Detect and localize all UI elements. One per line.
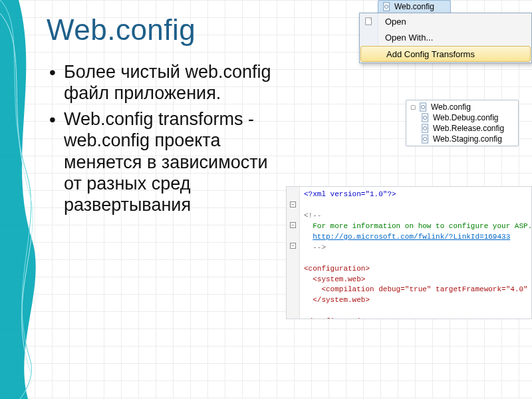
config-file-icon (382, 2, 392, 11)
expand-icon[interactable]: ▢ (410, 104, 416, 110)
fold-icon[interactable]: − (290, 201, 296, 207)
file-tree-screenshot: ▢ Web.config Web.Debug.config Web.Releas… (406, 100, 519, 146)
code-line: For more information on how to configure… (313, 222, 531, 230)
menu-item-label: Open (378, 17, 531, 27)
code-line: <configuration> (304, 265, 370, 273)
code-line: </system.web> (313, 296, 370, 304)
tree-item-label: Web.Debug.config (433, 113, 499, 122)
menu-item-add-config-transforms[interactable]: Add Config Transforms (360, 46, 531, 62)
tree-root-item[interactable]: ▢ Web.config (406, 102, 518, 112)
code-link[interactable]: http://go.microsoft.com/fwlink/?LinkId=1… (313, 233, 510, 241)
code-line: <!-- (304, 211, 321, 219)
config-file-icon (419, 102, 428, 112)
bullet-item: Web.config transforms - web.config проек… (47, 108, 286, 216)
fold-icon[interactable]: − (290, 222, 296, 228)
config-file-icon (421, 134, 430, 144)
context-menu-screenshot: Web.config Open Open With... Add Config … (359, 0, 532, 63)
menu-item-open-with[interactable]: Open With... (360, 29, 531, 45)
tree-child-item[interactable]: Web.Staging.config (406, 134, 518, 144)
open-icon (364, 17, 374, 26)
code-line: <system.web> (313, 275, 365, 283)
context-menu: Open Open With... Add Config Transforms (359, 13, 532, 63)
fold-icon[interactable]: − (290, 243, 296, 249)
code-line: </configuration> (304, 317, 374, 319)
file-header: Web.config (378, 0, 451, 13)
menu-item-label: Open With... (378, 33, 531, 43)
menu-item-label: Add Config Transforms (380, 49, 530, 59)
code-line: --> (313, 243, 326, 251)
tree-item-label: Web.Staging.config (433, 134, 502, 144)
code-gutter: − − − (287, 187, 300, 319)
config-file-icon (421, 113, 430, 122)
code-line: <compilation debug="true" targetFramewor… (321, 285, 531, 293)
code-editor-screenshot: − − − <?xml version="1.0"?> <!-- For mor… (286, 186, 532, 319)
tree-item-label: Web.config (431, 102, 471, 112)
code-line: <?xml version="1.0"?> (304, 190, 396, 198)
decorative-wave (0, 0, 47, 399)
tree-child-item[interactable]: Web.Release.config (406, 123, 518, 134)
menu-item-open[interactable]: Open (360, 13, 531, 29)
bullet-list: Более чистый web.config файл приложения.… (47, 61, 286, 216)
tree-child-item[interactable]: Web.Debug.config (406, 112, 518, 123)
config-file-icon (421, 124, 430, 133)
file-header-label: Web.config (394, 2, 434, 11)
bullet-item: Более чистый web.config файл приложения. (47, 61, 286, 104)
tree-item-label: Web.Release.config (433, 124, 504, 133)
code-area: <?xml version="1.0"?> <!-- For more info… (300, 187, 531, 319)
